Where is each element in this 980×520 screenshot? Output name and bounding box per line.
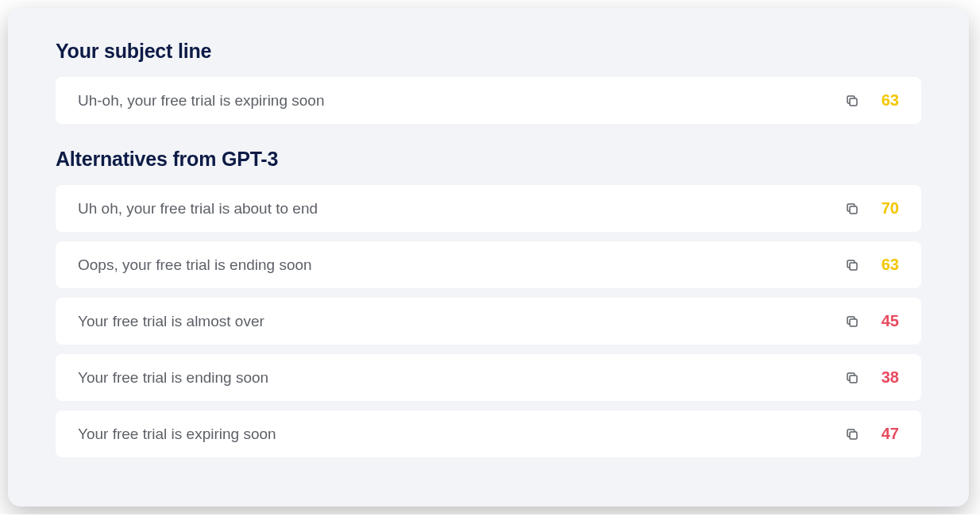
svg-rect-1 <box>850 206 857 214</box>
svg-rect-2 <box>850 263 857 270</box>
alternative-text: Oops, your free trial is ending soon <box>78 256 312 274</box>
alternative-row: Your free trial is ending soon 38 <box>56 354 921 401</box>
svg-rect-3 <box>850 319 857 326</box>
score-value: 63 <box>875 91 899 110</box>
alternative-text: Your free trial is almost over <box>78 313 264 330</box>
row-right: 45 <box>845 312 899 330</box>
alternative-row: Your free trial is expiring soon 47 <box>56 410 921 457</box>
row-right: 70 <box>845 199 899 218</box>
alternative-row: Uh oh, your free trial is about to end 7… <box>56 185 921 232</box>
alternative-text: Your free trial is expiring soon <box>78 426 276 443</box>
alternative-text: Your free trial is ending soon <box>78 369 268 387</box>
copy-icon[interactable] <box>845 314 859 329</box>
svg-rect-4 <box>850 376 857 383</box>
alternative-row: Your free trial is almost over 45 <box>56 298 921 345</box>
svg-rect-0 <box>850 98 857 106</box>
score-value: 63 <box>875 256 899 274</box>
copy-icon[interactable] <box>845 94 859 108</box>
score-value: 45 <box>875 312 899 330</box>
main-panel: Your subject line Uh-oh, your free trial… <box>8 8 969 507</box>
row-right: 47 <box>845 425 899 443</box>
row-right: 63 <box>845 256 899 274</box>
row-right: 63 <box>845 91 899 110</box>
score-value: 70 <box>875 199 899 218</box>
subject-line-text: Uh-oh, your free trial is expiring soon <box>78 92 324 110</box>
subject-line-row: Uh-oh, your free trial is expiring soon … <box>56 77 921 124</box>
score-value: 47 <box>875 425 899 443</box>
copy-icon[interactable] <box>845 258 859 272</box>
alternative-row: Oops, your free trial is ending soon 63 <box>56 241 921 288</box>
your-subject-heading: Your subject line <box>56 40 921 63</box>
copy-icon[interactable] <box>845 371 859 385</box>
alternatives-heading: Alternatives from GPT-3 <box>56 148 921 171</box>
copy-icon[interactable] <box>845 202 859 216</box>
score-value: 38 <box>875 368 899 387</box>
alternative-text: Uh oh, your free trial is about to end <box>78 200 318 218</box>
row-right: 38 <box>845 368 899 387</box>
copy-icon[interactable] <box>845 427 859 441</box>
svg-rect-5 <box>850 432 857 439</box>
